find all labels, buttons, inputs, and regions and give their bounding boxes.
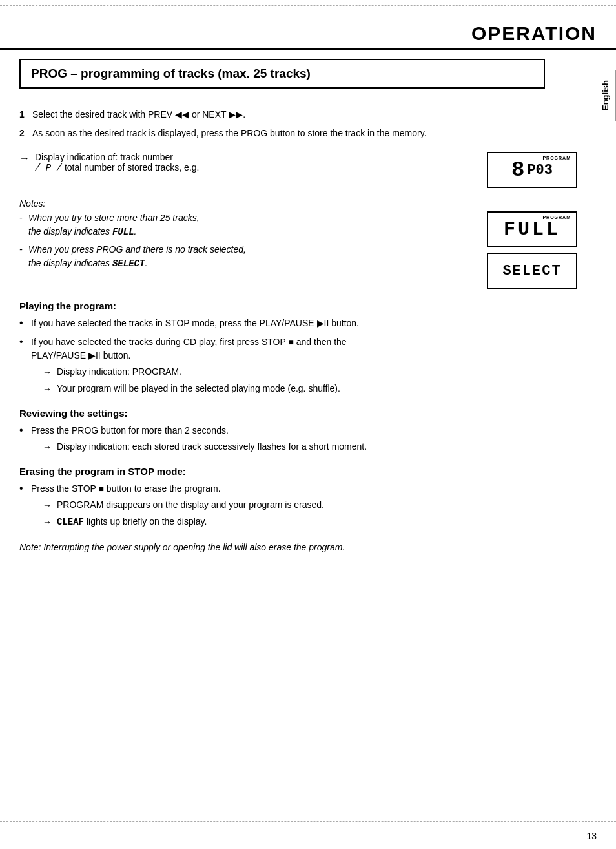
playing-list: If you have selected the tracks in STOP … bbox=[19, 317, 577, 396]
display-indication-section: → Display indication of: track number / … bbox=[19, 152, 577, 188]
arrow-icon-5: → bbox=[43, 499, 52, 512]
lcd2-program-label: PROGRAM bbox=[542, 215, 571, 220]
lcd2-text: FULL bbox=[504, 218, 560, 240]
playing-heading: Playing the program: bbox=[19, 300, 577, 311]
note-1: - When you try to store more than 25 tra… bbox=[19, 211, 474, 239]
note-lcd-col: PROGRAM FULL SELECT bbox=[487, 211, 577, 289]
page-title: OPERATION bbox=[471, 23, 597, 45]
erasing-list: Press the STOP ■ button to erase the pro… bbox=[19, 482, 577, 529]
main-content: PROG – programming of tracks (max. 25 tr… bbox=[0, 50, 616, 574]
arrow-icon-2: → bbox=[43, 366, 52, 379]
arrow-icon-3: → bbox=[43, 383, 52, 396]
note-1-row: - When you try to store more than 25 tra… bbox=[19, 211, 577, 289]
header-section: OPERATION bbox=[0, 11, 616, 50]
bottom-note: Note: Interrupting the power supply or o… bbox=[19, 541, 577, 554]
playing-bullet-2: If you have selected the tracks during C… bbox=[19, 335, 577, 396]
erasing-arrow-1: → PROGRAM disappears on the display and … bbox=[31, 498, 577, 512]
arrow-icon-6: → bbox=[43, 516, 52, 529]
lcd1-program-label: PROGRAM bbox=[542, 156, 571, 160]
arrow-text-col: → Display indication of: track number / … bbox=[19, 152, 474, 176]
arrow-item-1: → Display indication of: track number / … bbox=[19, 152, 474, 173]
lcd-display-3: SELECT bbox=[487, 253, 577, 289]
numbered-steps: 1 Select the desired track with PREV ◀◀ … bbox=[19, 108, 577, 140]
notes-section: Notes: - When you try to store more than… bbox=[19, 198, 577, 289]
playing-arrow-1: → Display indication: PROGRAM. bbox=[31, 365, 577, 379]
notes-title: Notes: bbox=[19, 198, 577, 209]
note-2: - When you press PROG and there is no tr… bbox=[19, 243, 474, 271]
erasing-bullet-1: Press the STOP ■ button to erase the pro… bbox=[19, 482, 577, 529]
page-container: OPERATION English PROG – programming of … bbox=[0, 5, 616, 849]
lcd-display-1: PROGRAM 8 P03 bbox=[487, 152, 577, 188]
playing-arrow-2: → Your program will be played in the sel… bbox=[31, 382, 577, 396]
prog-box-title: PROG – programming of tracks (max. 25 tr… bbox=[31, 67, 311, 80]
erasing-heading: Erasing the program in STOP mode: bbox=[19, 466, 577, 477]
playing-bullet-1: If you have selected the tracks in STOP … bbox=[19, 317, 577, 330]
prog-box: PROG – programming of tracks (max. 25 tr… bbox=[19, 59, 545, 89]
sidebar-english-label: English bbox=[595, 70, 616, 121]
lcd3-text: SELECT bbox=[502, 263, 561, 279]
erasing-arrow-2: → CLEAF lights up briefly on the display… bbox=[31, 515, 577, 529]
reviewing-list: Press the PROG button for more than 2 se… bbox=[19, 424, 577, 454]
step-2: 2 As soon as the desired track is displa… bbox=[19, 127, 577, 140]
lcd-display-2: PROGRAM FULL bbox=[487, 211, 577, 247]
bottom-line bbox=[0, 821, 616, 822]
step-1: 1 Select the desired track with PREV ◀◀ … bbox=[19, 108, 577, 121]
reviewing-arrow-1: → Display indication: each stored track … bbox=[31, 440, 577, 454]
arrow-icon-1: → bbox=[19, 152, 30, 164]
reviewing-heading: Reviewing the settings: bbox=[19, 408, 577, 419]
lcd-displays-col: PROGRAM 8 P03 bbox=[487, 152, 577, 188]
reviewing-bullet-1: Press the PROG button for more than 2 se… bbox=[19, 424, 577, 454]
page-number: 13 bbox=[586, 831, 597, 841]
arrow-icon-4: → bbox=[43, 441, 52, 454]
